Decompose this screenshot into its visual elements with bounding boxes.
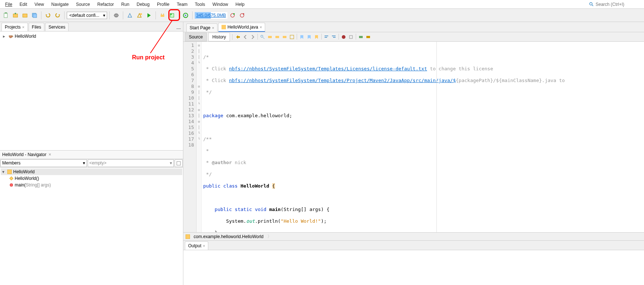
fold-gutter[interactable]: ⊟││└⊟││└⊟│⊟│└└ [197, 42, 202, 232]
editor-subtabs: Source History [183, 32, 644, 42]
save-all-button[interactable] [30, 11, 39, 20]
new-project-button[interactable] [11, 11, 20, 20]
menu-run[interactable]: Run [118, 0, 133, 8]
search-box[interactable] [586, 2, 643, 7]
svg-rect-4 [13, 14, 18, 17]
coffee-icon [8, 34, 13, 39]
toggle-bookmark-icon[interactable] [313, 34, 320, 40]
menu-team[interactable]: Team [173, 0, 191, 8]
projects-tabs: Projects× Files Services — [0, 22, 183, 32]
find-selection-icon[interactable] [259, 34, 266, 40]
find-next-icon[interactable] [274, 34, 281, 40]
uncomment-icon[interactable] [365, 34, 372, 40]
nav-method-row[interactable]: main(String[] args) [1, 182, 182, 188]
expand-arrow-icon[interactable]: ▸ [3, 34, 7, 39]
gc-button[interactable] [228, 11, 237, 20]
tab-start-page[interactable]: Start Page× [186, 23, 217, 32]
tab-projects[interactable]: Projects× [1, 23, 28, 31]
tab-files[interactable]: Files [29, 23, 44, 31]
menu-view[interactable]: View [31, 0, 48, 8]
menu-navigate[interactable]: Navigate [48, 0, 72, 8]
refactor-icon[interactable] [289, 34, 295, 40]
close-icon[interactable]: × [22, 25, 24, 29]
new-file-button[interactable] [1, 11, 10, 20]
last-edit-icon[interactable] [235, 34, 241, 40]
svg-line-28 [263, 37, 264, 39]
tab-helloworld-java[interactable]: HelloWorld.java× [218, 23, 265, 32]
close-icon[interactable]: × [203, 244, 205, 248]
menu-refactor[interactable]: Refactor [94, 0, 117, 8]
subtab-history[interactable]: History [208, 33, 230, 41]
projects-tree[interactable]: ▸ HelloWorld [0, 32, 183, 150]
subtab-source[interactable]: Source [185, 33, 207, 41]
search-input[interactable] [596, 2, 640, 7]
svg-rect-29 [268, 36, 272, 38]
tab-output[interactable]: Output× [185, 241, 208, 250]
left-panel: Projects× Files Services — ▸ HelloWorld … [0, 22, 183, 285]
profile-main-button[interactable] [181, 11, 190, 20]
svg-rect-41 [186, 234, 190, 239]
menu-window[interactable]: Window [209, 0, 232, 8]
close-icon[interactable]: × [49, 152, 51, 157]
back-icon[interactable] [242, 34, 249, 40]
close-icon[interactable]: × [212, 26, 214, 30]
macro-stop-icon[interactable] [348, 34, 354, 40]
find-prev-icon[interactable] [267, 34, 273, 40]
svg-rect-3 [5, 12, 7, 14]
menu-debug[interactable]: Debug [133, 0, 153, 8]
minimize-icon[interactable]: — [174, 26, 183, 31]
class-icon [7, 170, 12, 174]
navigator-tree[interactable]: ▾ HelloWorld HelloWorld() main(String[] … [0, 168, 183, 285]
prev-bookmark-icon[interactable] [299, 34, 305, 40]
close-icon[interactable]: × [260, 25, 262, 29]
members-filter[interactable]: Members▾ [0, 159, 87, 167]
shift-left-icon[interactable] [323, 34, 330, 40]
nav-class-row[interactable]: ▾ HelloWorld [1, 169, 182, 175]
menu-profile[interactable]: Profile [153, 0, 173, 8]
svg-rect-12 [161, 15, 164, 17]
project-root[interactable]: ▸ HelloWorld [1, 33, 182, 40]
menu-help[interactable]: Help [232, 0, 248, 8]
menu-tools[interactable]: Tools [191, 0, 209, 8]
navigator-title: HelloWorld - Navigator [2, 152, 47, 157]
code-editor[interactable]: 123456789101112131415161718 ⊟││└⊟││└⊟│⊟│… [183, 42, 644, 232]
menu-source[interactable]: Source [72, 0, 94, 8]
next-bookmark-icon[interactable] [306, 34, 312, 40]
menu-file[interactable]: File [1, 0, 16, 8]
nav-class-label: HelloWorld [13, 169, 34, 174]
svg-rect-26 [222, 25, 226, 29]
browser-button[interactable] [112, 11, 121, 20]
filter-options-button[interactable] [175, 159, 183, 167]
gc-button-2[interactable] [238, 11, 246, 20]
profile-button[interactable] [168, 11, 176, 20]
menu-edit[interactable]: Edit [16, 0, 31, 8]
build-button[interactable] [125, 11, 134, 20]
toggle-highlight-icon[interactable] [281, 34, 288, 40]
tab-services[interactable]: Services [45, 23, 69, 31]
breadcrumb[interactable]: com.example.helloworld.HelloWorld 〉 [183, 232, 644, 240]
annotation-label: Run project [132, 54, 165, 61]
svg-point-9 [114, 13, 118, 18]
run-button[interactable] [144, 11, 153, 20]
comment-icon[interactable] [358, 34, 364, 40]
expand-arrow-icon[interactable]: ▾ [2, 169, 6, 174]
nav-constructor-row[interactable]: HelloWorld() [1, 175, 182, 182]
memory-indicator[interactable]: 345.0/675.0MB [195, 12, 227, 19]
breadcrumb-class[interactable]: com.example.helloworld.HelloWorld [191, 233, 266, 240]
output-body[interactable] [183, 250, 644, 285]
open-project-button[interactable] [21, 11, 29, 20]
macro-record-icon[interactable] [340, 34, 347, 40]
svg-rect-36 [333, 37, 336, 38]
svg-rect-34 [325, 37, 327, 38]
ruler [436, 42, 437, 232]
shift-right-icon[interactable] [330, 34, 337, 40]
clean-build-button[interactable] [135, 11, 144, 20]
forward-icon[interactable] [249, 34, 256, 40]
undo-button[interactable] [44, 11, 52, 20]
debug-button[interactable] [158, 11, 167, 20]
empty-filter[interactable]: <empty>▾ [88, 159, 174, 167]
config-select[interactable]: <default confi... ▾ [67, 12, 107, 19]
code-area[interactable]: /* * Click nbfs://nbhost/SystemFileSyste… [202, 42, 644, 232]
redo-button[interactable] [53, 11, 62, 20]
navigator-title-bar: HelloWorld - Navigator × [0, 150, 183, 159]
